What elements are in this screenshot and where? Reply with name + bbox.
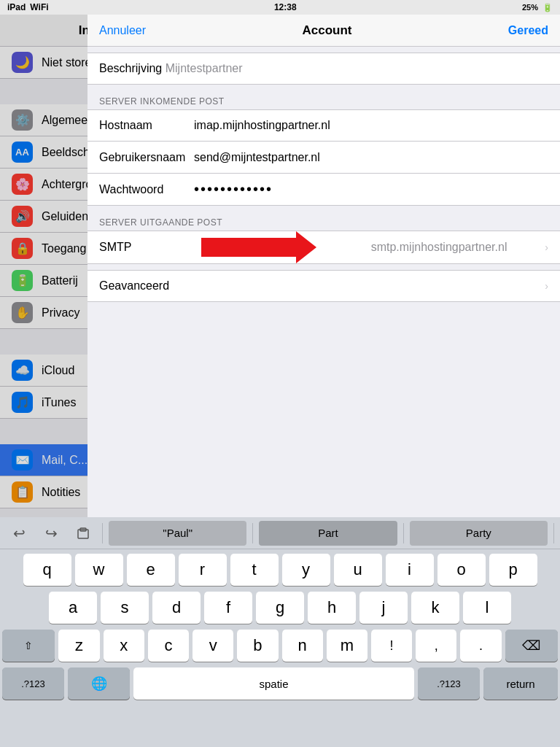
autocomplete-divider-3 xyxy=(403,523,404,543)
description-row: Beschrijving Mijntestpartner xyxy=(88,53,560,85)
key-t[interactable]: t xyxy=(230,554,279,586)
battery-percent: 25% xyxy=(522,3,538,12)
key-f[interactable]: f xyxy=(204,592,252,624)
autocomplete-divider-4 xyxy=(553,523,554,543)
wifi-icon: WiFi xyxy=(30,2,48,12)
password-row: Wachtwoord •••••••••••• xyxy=(88,174,560,206)
key-d[interactable]: d xyxy=(152,592,201,624)
key-v[interactable]: v xyxy=(192,630,233,662)
username-label: Gebruikersnaam xyxy=(99,151,194,164)
key-row-1: q w e r t y u i o p xyxy=(2,554,558,586)
shift-key[interactable]: ⇧ xyxy=(2,630,55,662)
key-l[interactable]: l xyxy=(463,592,511,624)
modal-header: Annuleer Account Gereed xyxy=(88,15,560,47)
key-q[interactable]: q xyxy=(23,554,71,586)
key-r[interactable]: r xyxy=(179,554,227,586)
modal-title: Account xyxy=(302,23,351,38)
done-button[interactable]: Gereed xyxy=(508,24,548,37)
key-u[interactable]: u xyxy=(334,554,382,586)
key-n[interactable]: n xyxy=(282,630,323,662)
key-k[interactable]: k xyxy=(411,592,459,624)
key-c[interactable]: c xyxy=(148,630,189,662)
ipad-label: iPad xyxy=(7,2,26,12)
key-a[interactable]: a xyxy=(49,592,97,624)
key-y[interactable]: y xyxy=(282,554,330,586)
smtp-chevron-icon: › xyxy=(545,241,548,253)
redo-button[interactable]: ↪ xyxy=(38,520,64,546)
hostname-label: Hostnaam xyxy=(99,119,194,132)
key-z[interactable]: z xyxy=(58,630,99,662)
advanced-row[interactable]: Geavanceerd › xyxy=(88,270,560,302)
password-label: Wachtwoord xyxy=(99,183,194,196)
key-row-4: .?123 🌐 spatie .?123 return xyxy=(2,667,558,700)
hostname-row: Hostnaam imap.mijnhostingpartner.nl xyxy=(88,109,560,142)
key-row-3: ⇧ z x c v b n m ! , . ⌫ xyxy=(2,630,558,662)
key-row-2: a s d f g h j k l xyxy=(2,592,558,624)
smtp-row[interactable]: SMTP smtp.mijnhostingpartner.nl › xyxy=(88,231,560,264)
space-key[interactable]: spatie xyxy=(133,667,414,700)
description-value: Beschrijving Mijntestpartner xyxy=(99,62,243,75)
status-right: 25% 🔋 xyxy=(522,3,553,12)
outgoing-server-header: SERVER UITGAANDE POST xyxy=(88,212,560,231)
autocomplete-word-3[interactable]: Party xyxy=(410,521,548,546)
key-p[interactable]: p xyxy=(489,554,537,586)
key-g[interactable]: g xyxy=(256,592,304,624)
battery-icon: 🔋 xyxy=(542,3,553,12)
time-display: 12:38 xyxy=(274,2,297,12)
dotqm-key[interactable]: .?123 xyxy=(418,667,480,700)
hostname-value: imap.mijnhostingpartner.nl xyxy=(194,119,548,132)
keyboard: ↩ ↪ "Paul" Part Party q w e r t y u i o … xyxy=(0,517,560,747)
smtp-label: SMTP xyxy=(99,241,194,254)
autocomplete-divider-2 xyxy=(252,523,253,543)
key-o[interactable]: o xyxy=(438,554,486,586)
autocomplete-word-1[interactable]: "Paul" xyxy=(109,521,246,546)
key-x[interactable]: x xyxy=(104,630,144,662)
num-key[interactable]: .?123 xyxy=(2,667,64,700)
clipboard-button[interactable] xyxy=(70,520,96,546)
cancel-button[interactable]: Annuleer xyxy=(99,24,146,37)
key-exclaim[interactable]: ! xyxy=(371,630,412,662)
status-bar: iPad WiFi 12:38 25% 🔋 xyxy=(0,0,560,15)
incoming-server-header: SERVER INKOMENDE POST xyxy=(88,90,560,109)
autocomplete-bar: ↩ ↪ "Paul" Part Party xyxy=(0,517,560,549)
advanced-label: Geavanceerd xyxy=(99,279,194,293)
account-modal: Annuleer Account Gereed Beschrijving Mij… xyxy=(88,15,560,517)
key-j[interactable]: j xyxy=(359,592,408,624)
key-w[interactable]: w xyxy=(75,554,123,586)
smtp-value: smtp.mijnhostingpartner.nl xyxy=(371,241,541,254)
key-h[interactable]: h xyxy=(308,592,356,624)
username-row: Gebruikersnaam send@mijntestpartner.nl xyxy=(88,142,560,174)
password-value: •••••••••••• xyxy=(194,181,273,198)
undo-button[interactable]: ↩ xyxy=(6,520,32,546)
return-key[interactable]: return xyxy=(483,667,558,700)
key-comma[interactable]: , xyxy=(416,630,456,662)
delete-key[interactable]: ⌫ xyxy=(505,630,558,662)
key-i[interactable]: i xyxy=(386,554,434,586)
key-period[interactable]: . xyxy=(460,630,501,662)
autocomplete-divider xyxy=(102,523,103,543)
username-value: send@mijntestpartner.nl xyxy=(194,151,548,164)
key-e[interactable]: e xyxy=(127,554,175,586)
status-left: iPad WiFi xyxy=(7,2,49,12)
key-s[interactable]: s xyxy=(101,592,149,624)
keyboard-rows: q w e r t y u i o p a s d f g h j k l ⇧ … xyxy=(0,549,560,708)
key-b[interactable]: b xyxy=(237,630,278,662)
autocomplete-word-2[interactable]: Part xyxy=(259,521,397,546)
globe-key[interactable]: 🌐 xyxy=(68,667,130,700)
advanced-chevron-icon: › xyxy=(545,280,548,292)
key-m[interactable]: m xyxy=(327,630,368,662)
